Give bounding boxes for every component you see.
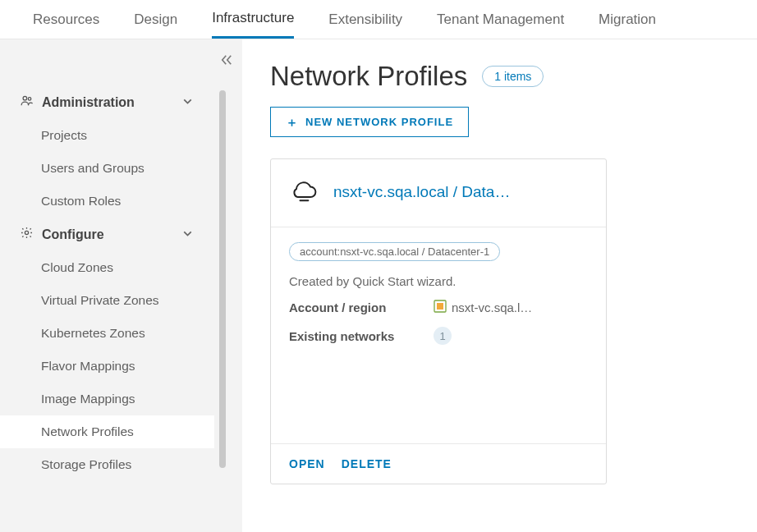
vcenter-icon bbox=[434, 300, 447, 315]
sidebar-item-projects[interactable]: Projects bbox=[0, 119, 214, 152]
plus-icon: ＋ bbox=[286, 116, 299, 128]
sidebar-section-administration[interactable]: Administration bbox=[0, 85, 214, 119]
account-tag: account:nsxt-vc.sqa.local / Datacenter-1 bbox=[289, 242, 500, 261]
sidebar-collapse-button[interactable] bbox=[219, 53, 234, 71]
sidebar-item-cloud-zones[interactable]: Cloud Zones bbox=[0, 251, 214, 284]
account-region-label: Account / region bbox=[289, 300, 434, 314]
account-region-value: nsxt-vc.sqa.l… bbox=[452, 300, 532, 314]
network-profile-card: nsxt-vc.sqa.local / Data… account:nsxt-v… bbox=[270, 158, 607, 484]
existing-networks-label: Existing networks bbox=[289, 329, 434, 343]
new-network-profile-button[interactable]: ＋ NEW NETWORK PROFILE bbox=[270, 107, 469, 137]
chevron-down-icon bbox=[181, 94, 195, 111]
tab-design[interactable]: Design bbox=[134, 11, 177, 38]
sidebar-section-label: Configure bbox=[42, 227, 104, 242]
sidebar-section-configure[interactable]: Configure bbox=[0, 218, 214, 251]
chevron-down-icon bbox=[181, 227, 195, 243]
open-button[interactable]: OPEN bbox=[289, 457, 325, 470]
tab-resources[interactable]: Resources bbox=[33, 11, 99, 38]
sidebar-item-kubernetes-zones[interactable]: Kubernetes Zones bbox=[0, 317, 214, 350]
sidebar-item-storage-profiles[interactable]: Storage Profiles bbox=[0, 448, 214, 481]
sidebar-section-label: Administration bbox=[42, 95, 135, 110]
svg-point-1 bbox=[28, 98, 31, 101]
sidebar-item-custom-roles[interactable]: Custom Roles bbox=[0, 185, 214, 218]
gear-icon bbox=[20, 226, 34, 243]
sidebar-item-users-and-groups[interactable]: Users and Groups bbox=[0, 152, 214, 185]
svg-point-0 bbox=[23, 96, 27, 100]
existing-networks-count: 1 bbox=[434, 327, 452, 345]
main-content: Network Profiles 1 items ＋ NEW NETWORK P… bbox=[242, 39, 757, 532]
tab-migration[interactable]: Migration bbox=[599, 11, 656, 38]
svg-point-2 bbox=[25, 231, 28, 234]
sidebar: Administration Projects Users and Groups… bbox=[0, 39, 242, 532]
card-title[interactable]: nsxt-vc.sqa.local / Data… bbox=[333, 183, 510, 201]
page-title: Network Profiles bbox=[270, 61, 467, 92]
delete-button[interactable]: DELETE bbox=[342, 457, 392, 470]
svg-rect-5 bbox=[437, 303, 443, 310]
sidebar-item-virtual-private-zones[interactable]: Virtual Private Zones bbox=[0, 284, 214, 317]
sidebar-item-image-mappings[interactable]: Image Mappings bbox=[0, 383, 214, 415]
users-icon bbox=[20, 94, 34, 111]
tab-infrastructure[interactable]: Infrastructure bbox=[212, 10, 294, 39]
sidebar-item-network-profiles[interactable]: Network Profiles bbox=[0, 415, 214, 448]
tab-tenant-management[interactable]: Tenant Management bbox=[437, 11, 564, 38]
card-description: Created by Quick Start wizard. bbox=[289, 274, 588, 288]
sidebar-scrollbar[interactable] bbox=[219, 90, 226, 468]
tab-extensibility[interactable]: Extensibility bbox=[328, 11, 402, 38]
top-tabs: Resources Design Infrastructure Extensib… bbox=[0, 0, 757, 39]
new-network-profile-label: NEW NETWORK PROFILE bbox=[305, 116, 453, 128]
cloud-icon bbox=[289, 177, 319, 207]
sidebar-item-flavor-mappings[interactable]: Flavor Mappings bbox=[0, 350, 214, 383]
items-count-badge: 1 items bbox=[482, 66, 544, 87]
